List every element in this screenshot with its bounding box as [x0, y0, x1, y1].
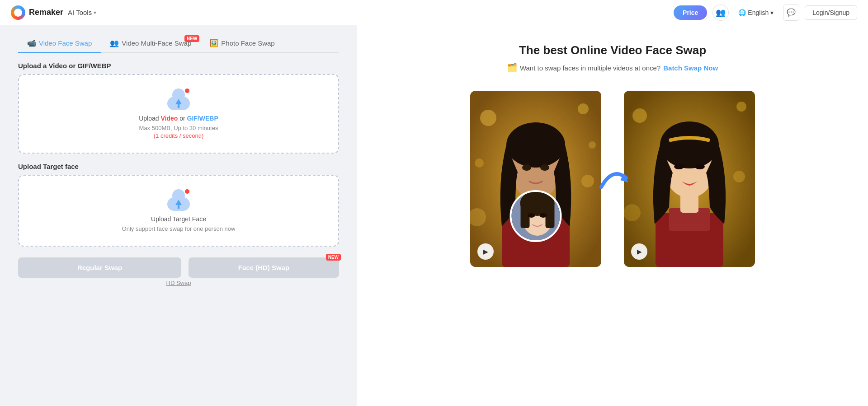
globe-icon: 🌐 — [738, 9, 746, 16]
right-subtitle: 🗂️ Want to swap faces in multiple videos… — [507, 63, 718, 73]
ai-tools-menu[interactable]: AI Tools ▾ — [68, 9, 96, 16]
play-button-original[interactable]: ▶ — [477, 243, 494, 260]
tab-photo-label: Photo Face Swap — [221, 39, 274, 47]
upload-video-link: Video — [160, 115, 178, 122]
upload-gif-link: GIF/WEBP — [187, 115, 218, 122]
swap-buttons-row: Regular Swap NEW Face (HD) Swap — [18, 257, 339, 278]
comment-icon: 💬 — [787, 8, 796, 17]
demo-swapped-wrap: ▶ — [624, 91, 755, 267]
svg-point-33 — [695, 164, 705, 169]
login-signup-button[interactable]: Login/Signup — [805, 5, 857, 20]
logo[interactable]: Remaker — [11, 5, 63, 20]
main-container: 📹 Video Face Swap 👥 Video Multi-Face Swa… — [0, 25, 868, 406]
svg-point-24 — [736, 102, 746, 112]
svg-point-4 — [589, 141, 596, 149]
svg-point-32 — [674, 164, 684, 169]
upload-face-section-title: Upload Target face — [18, 163, 339, 170]
svg-point-12 — [522, 164, 531, 171]
upload-cloud-icon — [164, 89, 193, 110]
upload-video-credits: (1 credits / second) — [28, 132, 329, 139]
navbar-right: Price 👥 🌐 English ▾ 💬 Login/Signup — [674, 5, 857, 21]
upload-face-sub: Only support face swap for one person no… — [28, 225, 329, 232]
multi-face-badge: NEW — [184, 35, 199, 42]
upload-face-label: Upload Target Face — [28, 215, 329, 223]
lang-chevron: ▾ — [770, 9, 774, 16]
stack-icon: 🗂️ — [507, 63, 517, 73]
demo-swapped-image — [624, 91, 755, 267]
svg-point-11 — [506, 122, 565, 168]
upload-video-sub: Max 500MB, Up to 30 minutes — [28, 125, 329, 131]
svg-point-25 — [733, 171, 745, 182]
hd-swap-link[interactable]: HD Swap — [18, 280, 339, 286]
language-label: English — [748, 9, 769, 16]
logo-icon — [11, 5, 25, 20]
swap-arrow — [592, 158, 633, 200]
play-button-swapped[interactable]: ▶ — [631, 243, 647, 260]
demo-original-wrap: ▶ — [470, 91, 601, 267]
upload-video-box[interactable]: Upload Video or GIF/WEBP Max 500MB, Up t… — [18, 74, 339, 154]
face-hd-swap-button[interactable]: Face (HD) Swap — [189, 257, 339, 278]
subtitle-text: Want to swap faces in multiple videos at… — [520, 64, 660, 72]
hd-swap-badge: NEW — [326, 254, 341, 261]
right-panel: The best Online Video Face Swap 🗂️ Want … — [357, 25, 868, 406]
tab-multi-label: Video Multi-Face Swap — [122, 39, 191, 47]
batch-swap-link[interactable]: Batch Swap Now — [663, 64, 718, 72]
svg-point-1 — [480, 110, 496, 126]
right-title: The best Online Video Face Swap — [519, 43, 706, 57]
person-group-icon: 👥 — [716, 8, 726, 18]
svg-point-23 — [632, 108, 647, 123]
svg-point-26 — [624, 204, 641, 221]
regular-swap-button[interactable]: Regular Swap — [18, 257, 181, 278]
svg-point-20 — [540, 213, 547, 218]
community-icon-button[interactable]: 👥 — [712, 5, 729, 21]
upload-video-text: Upload Video or GIF/WEBP — [28, 115, 329, 122]
upload-face-box[interactable]: Upload Target Face Only support face swa… — [18, 175, 339, 247]
brand-name: Remaker — [29, 8, 63, 17]
svg-point-31 — [660, 121, 719, 168]
svg-point-3 — [475, 159, 484, 168]
price-button[interactable]: Price — [674, 5, 707, 20]
multi-face-tab-icon: 👥 — [110, 39, 119, 47]
target-face-circle — [510, 190, 562, 242]
demo-container: ▶ — [470, 91, 755, 267]
tab-video-face-swap[interactable]: 📹 Video Face Swap — [18, 34, 101, 53]
photo-tab-icon: 🖼️ — [209, 39, 218, 47]
tab-video-label: Video Face Swap — [39, 39, 92, 47]
navbar: Remaker AI Tools ▾ Price 👥 🌐 English ▾ 💬… — [0, 0, 868, 25]
svg-point-19 — [528, 213, 535, 218]
upload-separator: or — [178, 115, 187, 122]
comment-button[interactable]: 💬 — [783, 5, 799, 21]
language-selector[interactable]: 🌐 English ▾ — [734, 7, 778, 19]
ai-tools-chevron: ▾ — [94, 9, 96, 16]
tab-video-multi-face-swap[interactable]: 👥 Video Multi-Face Swap NEW — [101, 34, 200, 53]
left-panel: 📹 Video Face Swap 👥 Video Multi-Face Swa… — [0, 25, 357, 406]
demo-swapped-svg — [624, 91, 755, 267]
upload-face-cloud-icon — [164, 189, 193, 211]
upload-prefix: Upload — [139, 115, 160, 122]
svg-point-13 — [540, 164, 549, 171]
video-tab-icon: 📹 — [27, 39, 36, 47]
upload-face-icon-wrap — [28, 189, 329, 211]
svg-point-2 — [578, 103, 589, 114]
tabs: 📹 Video Face Swap 👥 Video Multi-Face Swa… — [18, 25, 339, 53]
upload-video-section-title: Upload a Video or GIF/WEBP — [18, 62, 339, 70]
svg-rect-18 — [546, 201, 555, 228]
tab-photo-face-swap[interactable]: 🖼️ Photo Face Swap — [200, 34, 283, 53]
ai-tools-label: AI Tools — [68, 9, 92, 16]
upload-video-icon-wrap — [28, 89, 329, 110]
